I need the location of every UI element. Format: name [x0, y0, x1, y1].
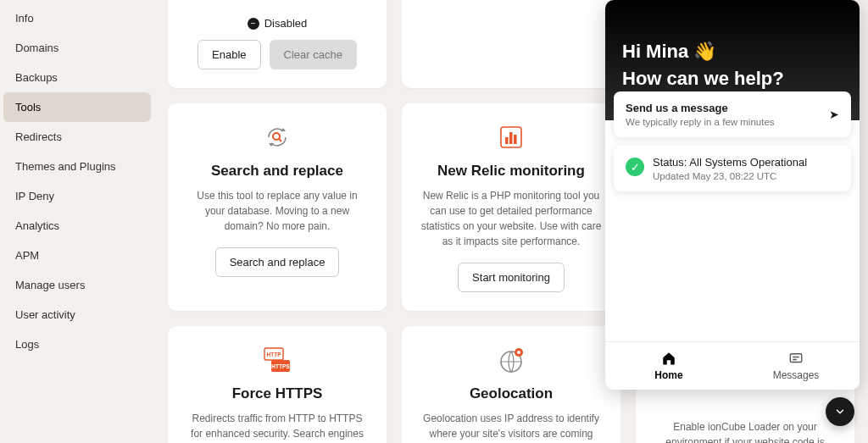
send-message-card[interactable]: Send us a message We typically reply in …: [614, 91, 851, 137]
chat-tab-messages[interactable]: Messages: [732, 342, 860, 390]
chat-tab-home[interactable]: Home: [605, 342, 732, 390]
search-replace-button[interactable]: Search and replace: [215, 247, 340, 277]
chat-widget: Hi Mina 👋 How can we help? Send us a mes…: [605, 0, 860, 390]
svg-rect-6: [509, 132, 513, 144]
svg-rect-15: [790, 354, 802, 363]
svg-rect-7: [514, 135, 517, 144]
card-site-cache: − Disabled Enable Clear cache: [168, 0, 387, 88]
card-desc: New Relic is a PHP monitoring tool you c…: [420, 188, 602, 249]
status-card[interactable]: ✓ Status: All Systems Operational Update…: [614, 146, 851, 191]
new-relic-icon: [420, 122, 602, 152]
start-monitoring-button[interactable]: Start monitoring: [458, 263, 565, 292]
sidebar-item-domains[interactable]: Domains: [3, 33, 151, 63]
messages-icon: [788, 351, 804, 366]
send-message-title: Send us a message: [626, 102, 839, 114]
card-new-relic: New Relic monitoring New Relic is a PHP …: [402, 103, 620, 311]
sidebar-item-analytics[interactable]: Analytics: [3, 211, 151, 241]
card-desc: Enable ionCube Loader on your environmen…: [654, 419, 836, 443]
chevron-down-icon: [834, 406, 846, 418]
home-icon: [661, 351, 676, 366]
card-geolocation: Geolocation Geolocation uses IP address …: [402, 326, 620, 443]
globe-pin-icon: [420, 345, 602, 375]
check-circle-icon: ✓: [626, 158, 644, 176]
card-search-replace: Search and replace Use this tool to repl…: [168, 103, 387, 311]
card-title: Search and replace: [186, 163, 368, 180]
sidebar-item-logs[interactable]: Logs: [3, 329, 151, 359]
svg-point-2: [273, 133, 280, 140]
card-php: Restart PHP: [402, 0, 620, 88]
card-desc: Geolocation uses IP address to identify …: [420, 411, 602, 443]
chat-greeting: Hi Mina 👋: [622, 41, 843, 63]
svg-text:HTTPS: HTTPS: [271, 363, 290, 369]
send-message-sub: We typically reply in a few minutes: [626, 117, 839, 127]
chat-body: Send us a message We typically reply in …: [605, 120, 860, 341]
sidebar-item-redirects[interactable]: Redirects: [3, 122, 151, 152]
force-https-icon: HTTP HTTPS: [186, 345, 368, 375]
status-sub: Updated May 23, 08:22 UTC: [653, 171, 807, 181]
chat-tabs: Home Messages: [605, 341, 860, 390]
svg-line-3: [279, 139, 281, 141]
sidebar-item-backups[interactable]: Backups: [3, 63, 151, 92]
enable-button[interactable]: Enable: [198, 40, 260, 69]
arrow-right-icon: ➤: [829, 108, 839, 121]
card-force-https: HTTP HTTPS Force HTTPS Redirects traffic…: [168, 326, 387, 443]
sidebar: Info Domains Backups Tools Redirects The…: [0, 0, 154, 443]
status-line: − Disabled: [248, 17, 308, 30]
sidebar-item-themes-plugins[interactable]: Themes and Plugins: [3, 152, 151, 181]
card-title: Force HTTPS: [186, 385, 368, 402]
svg-text:HTTP: HTTP: [267, 352, 282, 357]
sidebar-item-manage-users[interactable]: Manage users: [3, 270, 151, 300]
sidebar-item-user-activity[interactable]: User activity: [3, 300, 151, 329]
status-text: Disabled: [264, 17, 308, 30]
card-desc: Use this tool to replace any value in yo…: [186, 188, 368, 234]
svg-rect-5: [505, 137, 509, 144]
svg-point-14: [517, 351, 520, 354]
search-replace-icon: [186, 122, 368, 152]
sidebar-item-apm[interactable]: APM: [3, 241, 151, 270]
sidebar-item-info[interactable]: Info: [3, 3, 151, 33]
sidebar-item-tools[interactable]: Tools: [3, 92, 151, 122]
disabled-dot-icon: −: [248, 18, 259, 30]
sidebar-item-ip-deny[interactable]: IP Deny: [3, 181, 151, 211]
status-title: Status: All Systems Operational: [653, 156, 807, 169]
card-desc: Redirects traffic from HTTP to HTTPS for…: [186, 411, 368, 443]
card-title: New Relic monitoring: [420, 163, 602, 180]
card-title: Geolocation: [420, 385, 602, 402]
clear-cache-button[interactable]: Clear cache: [270, 40, 357, 69]
chat-toggle-button[interactable]: [826, 397, 854, 426]
